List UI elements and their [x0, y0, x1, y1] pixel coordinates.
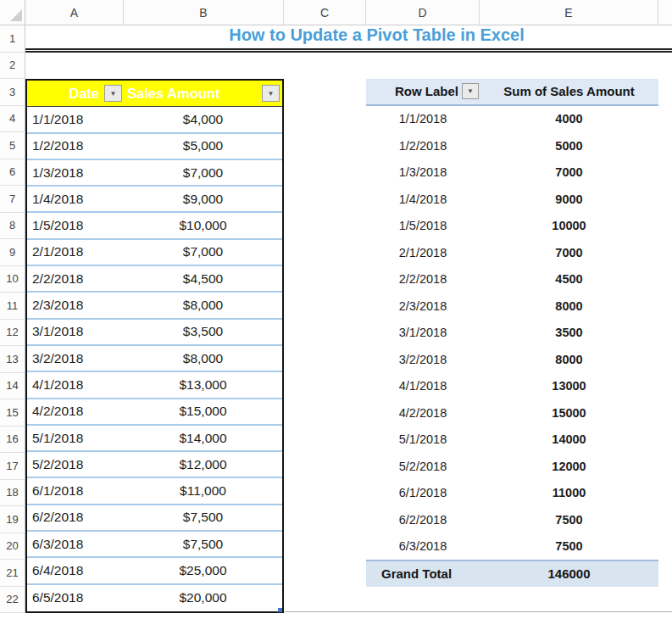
cell-date[interactable]: 6/4/2018 — [27, 563, 124, 578]
pivot-cell-date[interactable]: 5/1/2018 — [366, 432, 480, 446]
cell-sales-amount[interactable]: $25,000 — [124, 563, 282, 578]
cell-date[interactable]: 2/3/2018 — [27, 298, 124, 313]
pivot-cell-value[interactable]: 3500 — [480, 326, 658, 339]
cell-sales-amount[interactable]: $9,000 — [124, 192, 282, 207]
pivot-cell-value[interactable]: 10000 — [480, 219, 658, 232]
cell-sales-amount[interactable]: $10,000 — [124, 218, 282, 233]
date-header-cell[interactable]: Date ▼ — [27, 81, 124, 106]
pivot-cell-value[interactable]: 4000 — [480, 112, 658, 125]
cell-date[interactable]: 6/5/2018 — [27, 590, 124, 605]
cell-sales-amount[interactable]: $11,000 — [124, 483, 282, 499]
pivot-cell-value[interactable]: 8000 — [480, 299, 658, 313]
row-header[interactable]: 9 — [0, 239, 25, 266]
cell-sales-amount[interactable]: $7,500 — [124, 537, 282, 552]
row-header[interactable]: 3 — [0, 79, 25, 106]
cell-sales-amount[interactable]: $7,500 — [124, 510, 282, 525]
sales-amount-filter-dropdown-button[interactable]: ▼ — [262, 85, 280, 102]
select-all-button[interactable] — [0, 0, 25, 25]
pivot-cell-value[interactable]: 7500 — [480, 539, 658, 553]
row-header[interactable]: 2 — [0, 53, 25, 80]
pivot-cell-date[interactable]: 2/3/2018 — [366, 299, 480, 313]
cell-date[interactable]: 1/1/2018 — [27, 112, 124, 127]
row-header[interactable]: 7 — [0, 186, 25, 213]
row-header[interactable]: 10 — [0, 266, 25, 293]
cell-sales-amount[interactable]: $15,000 — [124, 404, 282, 419]
date-filter-dropdown-button[interactable]: ▼ — [104, 85, 122, 102]
cell-sales-amount[interactable]: $12,000 — [124, 457, 282, 472]
pivot-cell-date[interactable]: 2/2/2018 — [366, 272, 480, 286]
cell-date[interactable]: 6/3/2018 — [27, 537, 124, 552]
cell-date[interactable]: 1/2/2018 — [27, 138, 124, 153]
pivot-cell-value[interactable]: 13000 — [480, 379, 658, 393]
row-label-header-cell[interactable]: Row Label ▼ — [366, 79, 480, 104]
cell-date[interactable]: 4/1/2018 — [27, 377, 124, 393]
row-label-filter-dropdown-button[interactable]: ▼ — [462, 83, 479, 99]
cell-date[interactable]: 6/2/2018 — [27, 510, 124, 525]
pivot-cell-date[interactable]: 5/2/2018 — [366, 460, 480, 473]
row-header[interactable]: 12 — [0, 320, 25, 347]
pivot-cell-date[interactable]: 1/3/2018 — [366, 165, 480, 179]
pivot-cell-date[interactable]: 1/1/2018 — [366, 112, 480, 125]
pivot-cell-value[interactable]: 12000 — [480, 460, 658, 473]
table-resize-handle[interactable] — [278, 608, 282, 612]
column-header-c[interactable]: C — [284, 0, 366, 25]
pivot-cell-value[interactable]: 7000 — [480, 165, 658, 179]
pivot-cell-value[interactable]: 7500 — [480, 513, 658, 527]
pivot-cell-date[interactable]: 1/2/2018 — [366, 139, 480, 153]
row-header[interactable]: 19 — [0, 506, 25, 533]
pivot-cell-date[interactable]: 1/4/2018 — [366, 192, 480, 206]
row-header[interactable]: 20 — [0, 533, 25, 560]
pivot-cell-value[interactable]: 5000 — [480, 139, 658, 153]
row-header[interactable]: 1 — [0, 25, 25, 53]
cell-sales-amount[interactable]: $14,000 — [124, 431, 282, 446]
pivot-cell-date[interactable]: 2/1/2018 — [366, 246, 480, 259]
cell-sales-amount[interactable]: $3,500 — [124, 324, 282, 339]
cell-date[interactable]: 1/3/2018 — [27, 165, 124, 181]
pivot-cell-value[interactable]: 4500 — [480, 272, 658, 286]
column-header-a[interactable]: A — [25, 0, 124, 25]
cell-sales-amount[interactable]: $4,500 — [124, 271, 282, 287]
cell-date[interactable]: 5/2/2018 — [27, 457, 124, 472]
pivot-cell-value[interactable]: 11000 — [480, 486, 658, 499]
row-header[interactable]: 5 — [0, 132, 25, 159]
pivot-cell-value[interactable]: 8000 — [480, 353, 658, 366]
row-header[interactable]: 22 — [0, 587, 25, 614]
cell-date[interactable]: 4/2/2018 — [27, 404, 124, 419]
cell-date[interactable]: 6/1/2018 — [27, 483, 124, 499]
pivot-cell-date[interactable]: 6/2/2018 — [366, 513, 480, 527]
sales-amount-header-cell[interactable]: Sales Amount ▼ — [124, 81, 282, 106]
row-header[interactable]: 13 — [0, 346, 25, 373]
column-header-b[interactable]: B — [124, 0, 284, 25]
row-header[interactable]: 21 — [0, 560, 25, 587]
sum-of-sales-header-cell[interactable]: Sum of Sales Amount — [480, 79, 658, 104]
cell-sales-amount[interactable]: $8,000 — [124, 351, 282, 366]
pivot-cell-value[interactable]: 14000 — [480, 432, 658, 446]
cell-date[interactable]: 3/2/2018 — [27, 351, 124, 366]
pivot-cell-date[interactable]: 3/1/2018 — [366, 326, 480, 339]
cell-date[interactable]: 1/4/2018 — [27, 192, 124, 207]
pivot-cell-date[interactable]: 3/2/2018 — [366, 353, 480, 366]
column-header-partial[interactable] — [658, 0, 672, 25]
row-header[interactable]: 16 — [0, 427, 25, 454]
cell-sales-amount[interactable]: $4,000 — [124, 112, 282, 127]
cell-date[interactable]: 5/1/2018 — [27, 431, 124, 446]
row-header[interactable]: 4 — [0, 106, 25, 133]
cell-sales-amount[interactable]: $8,000 — [124, 298, 282, 313]
row-header[interactable]: 15 — [0, 399, 25, 427]
pivot-cell-date[interactable]: 1/5/2018 — [366, 219, 480, 232]
pivot-cell-value[interactable]: 15000 — [480, 406, 658, 420]
row-header[interactable]: 18 — [0, 480, 25, 507]
cell-date[interactable]: 1/5/2018 — [27, 218, 124, 233]
cell-sales-amount[interactable]: $7,000 — [124, 165, 282, 181]
pivot-cell-date[interactable]: 4/1/2018 — [366, 379, 480, 393]
cell-date[interactable]: 2/2/2018 — [27, 271, 124, 287]
pivot-cell-date[interactable]: 6/1/2018 — [366, 486, 480, 499]
column-header-d[interactable]: D — [366, 0, 480, 25]
cell-sales-amount[interactable]: $7,000 — [124, 244, 282, 259]
pivot-cell-value[interactable]: 7000 — [480, 246, 658, 259]
row-header[interactable]: 17 — [0, 453, 25, 480]
row-header[interactable]: 8 — [0, 213, 25, 240]
pivot-cell-date[interactable]: 6/3/2018 — [366, 539, 480, 553]
pivot-cell-date[interactable]: 4/2/2018 — [366, 406, 480, 420]
cell-sales-amount[interactable]: $20,000 — [124, 590, 282, 605]
